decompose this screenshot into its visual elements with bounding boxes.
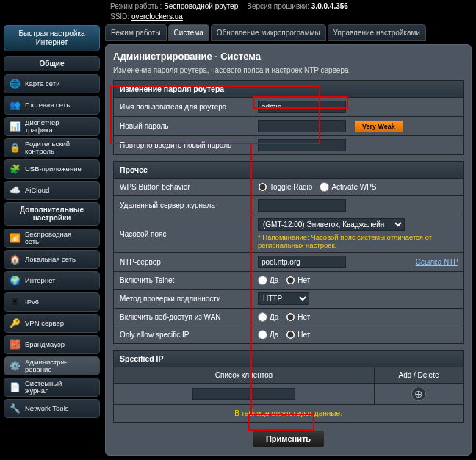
strength-badge: Very Weak (355, 121, 403, 132)
label-tz: Часовой пояс (114, 215, 253, 252)
row-new-password: Новый пароль Very Weak (113, 117, 464, 136)
section-general: Общие (4, 56, 100, 71)
row-ntp: NTP-сервер Ссылка NTP (113, 253, 464, 272)
top-bar-2: SSID: overclockers.ua (0, 12, 476, 23)
sidebar-item-vpn[interactable]: 🔑VPN сервер (4, 314, 100, 333)
empty-message: В таблице отсутствуют данные. (113, 405, 464, 423)
label-wps: WPS Button behavior (114, 179, 253, 195)
gear-icon: ⚙️ (9, 360, 21, 372)
label-webwan: Включить веб-доступ из WAN (114, 309, 253, 326)
row-confirm-password: Повторно введите новый пароль (113, 136, 464, 155)
tab-settings[interactable]: Управление настройками (328, 24, 426, 41)
sidebar-item-map[interactable]: 🌐Карта сети (4, 74, 100, 93)
fw-label: Версия прошивки: (247, 2, 309, 10)
sidebar-item-label: Интернет (25, 277, 55, 284)
sidebar-item-label: VPN сервер (25, 320, 64, 327)
webwan-yes[interactable]: Да (258, 312, 278, 322)
sidebar-item-label: Network Tools (25, 405, 69, 412)
globe2-icon: 🌍 (9, 275, 21, 287)
sidebar-item-traffic[interactable]: 📊Диспетчертрафика (4, 117, 100, 136)
ssid-value[interactable]: overclockers.ua (131, 12, 183, 21)
auth-select[interactable]: HTTP (258, 292, 309, 305)
ntp-input[interactable] (258, 256, 346, 268)
label-specip: Only allow specific IP (114, 326, 253, 343)
telnet-no[interactable]: Нет (286, 276, 310, 285)
sidebar-item-tools[interactable]: 🔧Network Tools (4, 399, 100, 418)
tab-mode[interactable]: Режим работы (105, 24, 167, 41)
specip-no[interactable]: Нет (286, 330, 310, 339)
footer: Help & Support Manual | Utility FAQ (0, 456, 476, 460)
quick-setup-button[interactable]: Быстрая настройка Интернет (4, 25, 100, 51)
sidebar-item-label: Локальная сеть (25, 256, 76, 263)
section-other: Прочее (113, 161, 464, 179)
row-telnet: Включить Telnet Да Нет (113, 272, 464, 290)
sidebar-item-syslog[interactable]: 📄Системныйжурнал (4, 378, 100, 397)
shield-icon: 🔒 (9, 142, 21, 154)
sidebar-item-wan[interactable]: 🌍Интернет (4, 271, 100, 290)
row-login: Имя пользователя для роутера (113, 98, 464, 117)
top-bar: Режим работы: Беспроводной роутер Версия… (0, 0, 476, 12)
wps-activate-radio[interactable]: Activate WPS (320, 182, 376, 192)
wps-toggle-radio[interactable]: Toggle Radio (258, 182, 312, 192)
new-password-input[interactable] (258, 120, 346, 132)
list-icon: 📄 (9, 381, 21, 393)
sidebar-item-label: Администри-рование (25, 359, 67, 374)
label-confirmpw: Повторно введите новый пароль (114, 136, 253, 154)
wifi-icon: 📶 (9, 232, 21, 244)
sidebar-item-usb[interactable]: 🧩USB-приложение (4, 159, 100, 179)
sidebar-item-label: USB-приложение (25, 165, 82, 173)
page-subtitle: Изменение пароля роутера, часового пояса… (113, 66, 464, 74)
client-ip-input[interactable] (192, 388, 295, 400)
telnet-yes[interactable]: Да (258, 276, 278, 285)
sidebar-item-wireless[interactable]: 📶Беспроводнаясеть (4, 229, 100, 248)
sidebar-item-label: Диспетчертрафика (25, 119, 59, 134)
ntp-link[interactable]: Ссылка NTP (416, 258, 458, 266)
apply-button[interactable]: Применить (252, 430, 325, 448)
sidebar-item-guest[interactable]: 👥Гостевая сеть (4, 96, 100, 115)
row-timezone: Часовой пояс (GMT-12:00) Эниветок, Квадж… (113, 215, 464, 253)
label-newpw: Новый пароль (114, 117, 253, 135)
row-auth: Метод проверки подлинности HTTP (113, 290, 464, 309)
confirm-password-input[interactable] (258, 139, 346, 151)
sidebar-item-label: IPv6 (25, 298, 39, 306)
ssid-label: SSID: (110, 12, 129, 21)
spec-header: Specified IP (113, 350, 464, 367)
sidebar-item-ipv6[interactable]: ⑥IPv6 (4, 292, 100, 312)
timezone-select[interactable]: (GMT-12:00) Эниветок, Кваджалейн (258, 218, 405, 231)
sidebar-item-label: Карта сети (25, 80, 60, 87)
section-password: Изменение пароля роутера (113, 80, 464, 98)
tz-hint: * Напоминание: Часовой пояс системы отли… (258, 233, 458, 249)
sidebar-item-label: Системныйжурнал (25, 380, 62, 395)
add-button[interactable]: ⊕ (411, 387, 426, 401)
label-ntp: NTP-сервер (114, 253, 253, 271)
tab-system[interactable]: Система (168, 24, 209, 41)
sidebar-item-label: Гостевая сеть (25, 101, 70, 109)
section-advanced: Дополнительные настройки (4, 202, 100, 226)
specip-yes[interactable]: Да (258, 330, 278, 339)
row-webwan: Включить веб-доступ из WAN Да Нет (113, 309, 464, 326)
remote-log-input[interactable] (258, 199, 346, 212)
webwan-no[interactable]: Нет (286, 312, 310, 322)
main-content: Режим работы Система Обновление микропро… (104, 23, 476, 456)
cloud-icon: ☁️ (9, 184, 21, 196)
tab-firmware[interactable]: Обновление микропрограммы (211, 24, 326, 41)
label-telnet: Включить Telnet (114, 272, 253, 289)
specified-ip-section: Specified IP Список клиентов Add / Delet… (113, 350, 464, 423)
sidebar-item-lan[interactable]: 🏠Локальная сеть (4, 250, 100, 269)
sidebar-item-label: AiCloud (25, 187, 49, 194)
users-icon: 👥 (9, 99, 21, 111)
sidebar-item-parental[interactable]: 🔒Родительскийконтроль (4, 138, 100, 157)
login-input[interactable] (258, 101, 346, 113)
th-add-delete: Add / Delete (375, 367, 463, 383)
sidebar-item-firewall[interactable]: 🧱Брандмауэр (4, 335, 100, 354)
mode-value[interactable]: Беспроводной роутер (164, 2, 238, 10)
globe-icon: 🌐 (9, 78, 21, 90)
label-remote: Удаленный сервер журнала (114, 196, 253, 215)
plug-icon: 🧩 (9, 163, 21, 175)
spec-table: Список клиентов Add / Delete ⊕ В таблице… (113, 367, 464, 423)
sidebar-item-aicloud[interactable]: ☁️AiCloud (4, 181, 100, 200)
sidebar-item-admin[interactable]: ⚙️Администри-рование (4, 356, 100, 375)
wps-radio-group: Toggle Radio Activate WPS (258, 182, 377, 192)
panel: Администрирование - Система Изменение па… (105, 44, 472, 456)
label-login: Имя пользователя для роутера (114, 98, 253, 116)
